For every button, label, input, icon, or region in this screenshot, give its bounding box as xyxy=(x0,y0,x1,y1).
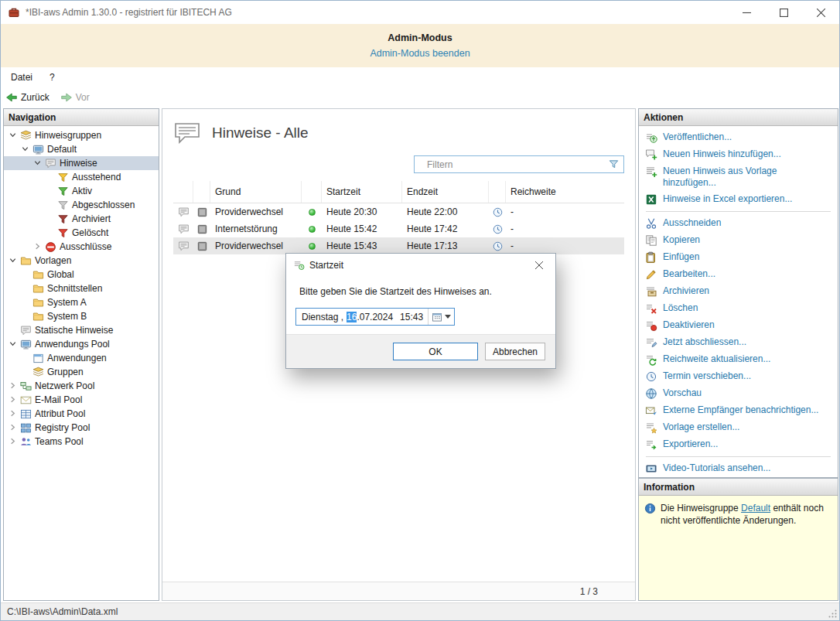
tree-item-vorlagen[interactable]: Vorlagen xyxy=(4,254,159,268)
filter-input[interactable] xyxy=(414,155,624,173)
preview-icon xyxy=(645,387,657,400)
action-vorschau[interactable]: Vorschau xyxy=(639,385,838,402)
admin-mode-title: Admin-Modus xyxy=(1,32,839,43)
tree-item-attribut-pool[interactable]: Attribut Pool xyxy=(4,407,159,421)
tree-item-ausschluesse[interactable]: Ausschlüsse xyxy=(4,240,159,254)
dialog-titlebar: Startzeit xyxy=(286,254,555,276)
tree-item-default[interactable]: Default xyxy=(4,142,159,156)
table-row[interactable]: ProviderwechselHeute 15:43Heute 17:13- xyxy=(173,237,624,254)
chevron-right-icon[interactable] xyxy=(33,242,45,251)
action-hinweise-in-excel-exportieren[interactable]: Hinweise in Excel exportieren... xyxy=(639,191,838,208)
chevron-right-icon[interactable] xyxy=(9,423,20,432)
resize-grip-icon[interactable] xyxy=(828,609,838,619)
action-label: Deaktivieren xyxy=(663,319,715,331)
tree-item-hinweisgruppen[interactable]: Hinweisgruppen xyxy=(4,128,159,142)
tree-item-hinweise[interactable]: Hinweise xyxy=(4,156,159,170)
cell-startzeit: Heute 20:30 xyxy=(322,206,402,217)
column-header-startzeit[interactable]: Startzeit xyxy=(322,181,402,203)
column-header-empty xyxy=(302,181,322,203)
action-neuen-hinweis-aus-vorlage-hinzufuegen[interactable]: Neuen Hinweis aus Vorlage hinzufügen... xyxy=(639,163,838,191)
menu-datei[interactable]: Datei xyxy=(11,72,32,83)
chevron-down-icon[interactable] xyxy=(9,131,20,140)
action-bearbeiten[interactable]: Bearbeiten... xyxy=(639,266,838,283)
tree-item-teams-pool[interactable]: Teams Pool xyxy=(4,435,159,449)
action-exportieren[interactable]: Exportieren... xyxy=(639,436,838,453)
cancel-button[interactable]: Abbrechen xyxy=(485,343,545,360)
tree-item-global[interactable]: Global xyxy=(4,268,159,281)
information-text: Die Hinweisgruppe Default enthält noch n… xyxy=(661,502,832,594)
action-video-tutorials-ansehen[interactable]: Video-Tutorials ansehen... xyxy=(639,460,838,477)
tree-item-label: Statische Hinweise xyxy=(35,325,113,336)
action-jetzt-abschliessen[interactable]: Jetzt abschliessen... xyxy=(639,334,838,351)
back-button[interactable]: Zurück xyxy=(5,91,50,104)
window-title: *IBI-aws Admin 1.30.0 - registriert für … xyxy=(26,7,232,18)
table-row[interactable]: ProviderwechselHeute 20:30Heute 22:00- xyxy=(173,203,624,220)
mail-icon xyxy=(20,394,32,406)
tree-item-statische-hinweise[interactable]: Statische Hinweise xyxy=(4,323,159,337)
tree-item-label: System B xyxy=(47,311,87,322)
menubar: Datei ? xyxy=(1,67,839,87)
chevron-right-icon[interactable] xyxy=(9,409,20,418)
action-kopieren[interactable]: Kopieren xyxy=(639,232,838,249)
chevron-right-icon[interactable] xyxy=(9,395,20,404)
cell-endzeit: Heute 17:13 xyxy=(402,241,489,251)
forward-button[interactable]: Vor xyxy=(60,91,90,104)
datetime-dropdown-button[interactable] xyxy=(428,309,454,325)
action-deaktivieren[interactable]: Deaktivieren xyxy=(639,317,838,334)
pagination-label: 1 / 3 xyxy=(580,586,598,597)
chevron-right-icon[interactable] xyxy=(9,437,20,446)
action-neuen-hinweis-hinzufuegen[interactable]: Neuen Hinweis hinzufügen... xyxy=(639,146,838,163)
archive-icon xyxy=(645,285,657,298)
tree-item-system-a[interactable]: System A xyxy=(4,295,159,309)
column-header-grund[interactable]: Grund xyxy=(210,181,302,203)
tree-item-system-b[interactable]: System B xyxy=(4,309,159,323)
tree-item-archiviert[interactable]: Archiviert xyxy=(4,212,159,226)
chevron-down-icon[interactable] xyxy=(9,256,20,265)
tree-item-aktiv[interactable]: Aktiv xyxy=(4,184,159,198)
tree-item-anwendungen[interactable]: Anwendungen xyxy=(4,351,159,365)
tree-item-ausstehend[interactable]: Ausstehend xyxy=(4,170,159,184)
table-row[interactable]: InternetstörungHeute 15:42Heute 17:42- xyxy=(173,220,624,237)
menu-help[interactable]: ? xyxy=(50,72,55,83)
tree-item-schnittstellen[interactable]: Schnittstellen xyxy=(4,281,159,295)
tree-item-abgeschlossen[interactable]: Abgeschlossen xyxy=(4,198,159,212)
maximize-button[interactable] xyxy=(765,1,802,24)
datetime-selected-day: 16 xyxy=(347,312,357,322)
filter-icon[interactable] xyxy=(608,159,620,170)
chevron-down-icon[interactable] xyxy=(21,145,32,154)
minimize-button[interactable] xyxy=(728,1,765,24)
admin-mode-exit-link[interactable]: Admin-Modus beenden xyxy=(370,48,470,59)
attrib-icon xyxy=(20,408,32,420)
action-archivieren[interactable]: Archivieren xyxy=(639,283,838,300)
column-header-reichweite[interactable]: Reichweite xyxy=(506,181,624,203)
action-veroeffentlichen[interactable]: Veröffentlichen... xyxy=(639,129,838,146)
chevron-down-icon[interactable] xyxy=(9,340,20,349)
tree-item-geloescht[interactable]: Gelöscht xyxy=(4,226,159,240)
action-externe-empfaenger-benachrichtigen[interactable]: Externe Empfänger benachrichtigen... xyxy=(639,402,838,419)
chevron-right-icon[interactable] xyxy=(9,381,20,391)
chevron-spacer xyxy=(46,172,57,182)
action-reichweite-aktualisieren[interactable]: Reichweite aktualisieren... xyxy=(639,351,838,368)
cell-startzeit: Heute 15:43 xyxy=(322,241,402,251)
tree-item-gruppen[interactable]: Gruppen xyxy=(4,365,159,379)
action-termin-verschieben[interactable]: Termin verschieben... xyxy=(639,368,838,385)
action-loeschen[interactable]: Löschen xyxy=(639,300,838,317)
tree-item-e-mail-pool[interactable]: E-Mail Pool xyxy=(4,393,159,407)
column-header-empty xyxy=(489,181,506,203)
action-vorlage-erstellen[interactable]: Vorlage erstellen... xyxy=(639,419,838,436)
ok-button[interactable]: OK xyxy=(393,343,478,360)
action-label: Termin verschieben... xyxy=(663,370,751,382)
dialog-close-button[interactable] xyxy=(523,254,555,276)
column-header-endzeit[interactable]: Endzeit xyxy=(402,181,489,203)
info-default-link[interactable]: Default xyxy=(741,503,770,514)
tree-item-label: Registry Pool xyxy=(35,422,90,433)
action-ausschneiden[interactable]: Ausschneiden xyxy=(639,215,838,232)
tree-item-anwendungs-pool[interactable]: Anwendungs Pool xyxy=(4,337,159,351)
chevron-down-icon[interactable] xyxy=(33,159,45,168)
tree-item-label: Abgeschlossen xyxy=(72,200,135,210)
tree-item-registry-pool[interactable]: Registry Pool xyxy=(4,421,159,435)
tree-item-netzwerk-pool[interactable]: Netzwerk Pool xyxy=(4,379,159,393)
startzeit-datetime-input[interactable]: Dienstag ,16.07.202415:43 xyxy=(295,308,455,326)
close-button[interactable] xyxy=(802,1,839,24)
action-einfuegen[interactable]: Einfügen xyxy=(639,249,838,266)
